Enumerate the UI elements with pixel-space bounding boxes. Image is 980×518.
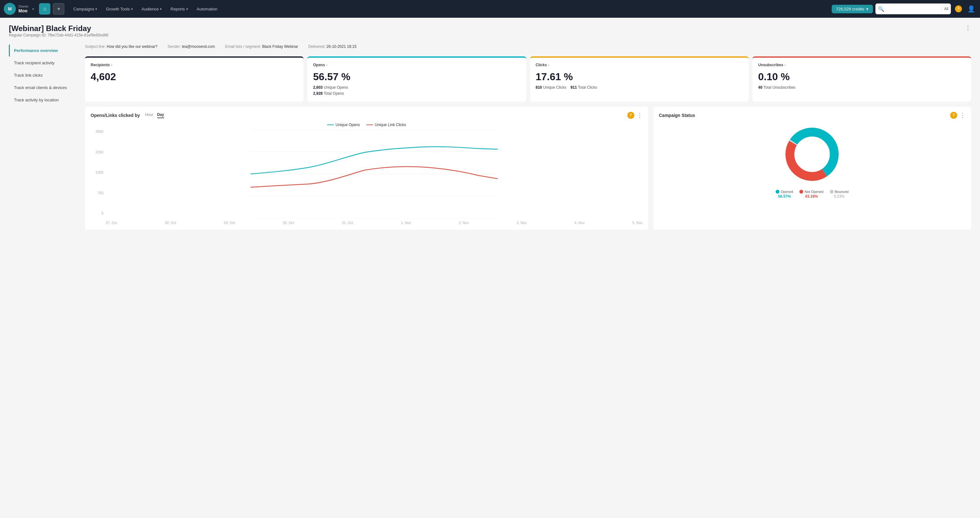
meta-subject: Subject line: How did you like our webin… [85, 44, 158, 49]
nav-menu: Campaigns ▾ Growth Tools ▾ Audience ▾ Re… [69, 5, 221, 13]
donut-container: Opened 56.57% Not Opened 43.19% [659, 122, 966, 199]
meta-delivered: Delivered: 26-10-2021 18:15 [308, 44, 356, 49]
y-axis: 3000 2250 1500 750 0 [91, 130, 103, 215]
owner-label: Owner [18, 5, 29, 8]
legend-not-opened: Not Opened 43.19% [799, 190, 823, 199]
donut-chart-help-icon[interactable]: ? [950, 112, 957, 119]
page-title: [Webinar] Black Friday [9, 24, 108, 33]
main-layout: Performance overview Track recipient act… [9, 44, 971, 230]
chevron-right-icon: › [111, 63, 113, 67]
charts-row: Opens/Links clicked by Hour Day ? ⋮ [85, 107, 971, 230]
sidebar-item-email-clients[interactable]: Track email clients & devices [9, 81, 79, 94]
chevron-down-icon: ▾ [160, 7, 162, 11]
stat-unsub-value: 0.10 % [758, 71, 966, 83]
brand: M Owner Moo ▾ [4, 3, 34, 15]
more-options-icon[interactable]: ⋮ [965, 24, 971, 32]
chevron-down-icon: ▾ [866, 6, 869, 11]
page-content: [Webinar] Black Friday Regular Campaign … [0, 18, 980, 236]
add-button[interactable]: + [53, 3, 64, 14]
bounced-dot [830, 190, 834, 194]
line-chart-more-icon[interactable]: ⋮ [637, 112, 643, 119]
stat-unsub-label: Unsubscribes [758, 63, 783, 67]
stat-opens-detail: 2,603 Unique Opens 2,928 Total Opens [313, 84, 520, 97]
chart-legend: Unique Opens Unique Link Clicks [91, 122, 643, 127]
search-filter-label[interactable]: All [941, 6, 948, 11]
navbar: M Owner Moo ▾ ⌂ + Campaigns ▾ Growth Too… [0, 0, 980, 18]
stat-unsub-detail: 40 Total Unsubscribes [758, 84, 966, 91]
nav-automation[interactable]: Automation [193, 5, 221, 13]
brand-name: Moo [18, 8, 29, 13]
donut-chart-title: Campaign Status [659, 113, 695, 118]
stat-clicks-label: Clicks [536, 63, 547, 67]
chevron-right-icon: › [548, 63, 549, 67]
sidebar-item-link-clicks[interactable]: Track link clicks [9, 69, 79, 81]
nav-campaigns[interactable]: Campaigns ▾ [69, 5, 101, 13]
line-chart-area: 3000 2250 1500 750 0 [91, 130, 643, 225]
legend-unique-link-clicks: Unique Link Clicks [366, 122, 406, 127]
chart-plot [106, 130, 643, 219]
home-button[interactable]: ⌂ [39, 3, 50, 14]
meta-bar: Subject line: How did you like our webin… [85, 44, 971, 52]
stat-card-recipients: Recipients › 4,602 [85, 56, 304, 102]
page-subtitle: Regular Campaign ID: 7fbe72ab-44d1-415e-… [9, 33, 108, 37]
stat-card-clicks: Clicks › 17.61 % 810 Unique Clicks 911 T… [530, 56, 749, 102]
stat-opens-label: Opens [313, 63, 325, 67]
not-opened-dot [799, 190, 803, 194]
x-axis: 27. Oct 28. Oct 29. Oct 30. Oct 31. Oct … [91, 221, 643, 225]
logo: M [4, 3, 16, 15]
search-icon: 🔍 [878, 6, 884, 12]
donut-chart-more-icon[interactable]: ⋮ [960, 112, 966, 119]
nav-reports[interactable]: Reports ▾ [167, 5, 192, 13]
search-bar: 🔍 All [875, 3, 951, 14]
chevron-right-icon: › [784, 63, 786, 67]
stat-card-unsubscribes: Unsubscribes › 0.10 % 40 Total Unsubscri… [752, 56, 971, 102]
chevron-down-icon: ▾ [186, 7, 188, 11]
red-legend-dot [366, 124, 373, 125]
stat-clicks-detail: 810 Unique Clicks 911 Total Clicks [536, 84, 743, 91]
tab-day[interactable]: Day [157, 113, 164, 118]
stat-recipients-label: Recipients [91, 63, 110, 67]
sidebar-item-recipient-activity[interactable]: Track recipient activity [9, 57, 79, 69]
nav-audience[interactable]: Audience ▾ [138, 5, 165, 13]
sidebar: Performance overview Track recipient act… [9, 44, 79, 230]
search-input[interactable] [886, 6, 939, 11]
credits-button[interactable]: 726,529 credits ▾ [832, 5, 873, 13]
sidebar-item-performance[interactable]: Performance overview [9, 44, 79, 57]
page-header: [Webinar] Black Friday Regular Campaign … [9, 24, 971, 43]
brand-chevron-icon[interactable]: ▾ [32, 7, 34, 11]
stat-card-opens: Opens › 56.57 % 2,603 Unique Opens 2,928… [307, 56, 526, 102]
chart-tabs: Hour Day [145, 113, 164, 118]
line-chart-card: Opens/Links clicked by Hour Day ? ⋮ [85, 107, 648, 230]
chevron-down-icon: ▾ [95, 7, 97, 11]
line-chart-svg [106, 130, 643, 218]
opened-dot [776, 190, 780, 194]
user-icon: 👤 [967, 5, 975, 13]
donut-legend: Opened 56.57% Not Opened 43.19% [776, 190, 848, 199]
stat-clicks-value: 17.61 % [536, 71, 743, 83]
stat-cards: Recipients › 4,602 Opens › 56.57 % 2,603… [85, 56, 971, 102]
legend-bounced: Bounced 0.23% [830, 190, 848, 199]
help-button[interactable]: ? [953, 4, 964, 14]
teal-legend-dot [327, 124, 334, 125]
legend-unique-opens: Unique Opens [327, 122, 360, 127]
donut-chart-card: Campaign Status ? ⋮ [653, 107, 972, 230]
stat-opens-value: 56.57 % [313, 71, 520, 83]
chevron-down-icon: ▾ [131, 7, 133, 11]
chevron-right-icon: › [326, 63, 328, 67]
legend-opened: Opened 56.57% [776, 190, 793, 199]
main-area: Subject line: How did you like our webin… [85, 44, 971, 230]
meta-sender: Sender: tea@moosend.com [168, 44, 215, 49]
nav-growth-tools[interactable]: Growth Tools ▾ [102, 5, 137, 13]
line-chart-title: Opens/Links clicked by [91, 113, 140, 118]
user-button[interactable]: 👤 [966, 4, 976, 14]
donut-chart-svg [780, 122, 844, 186]
help-icon: ? [955, 5, 962, 12]
tab-hour[interactable]: Hour [145, 113, 153, 118]
meta-list: Email lists / segment: Black Friday Webi… [225, 44, 298, 49]
sidebar-item-location[interactable]: Track activity by location [9, 94, 79, 106]
line-chart-help-icon[interactable]: ? [627, 112, 634, 119]
stat-recipients-value: 4,602 [91, 71, 298, 83]
